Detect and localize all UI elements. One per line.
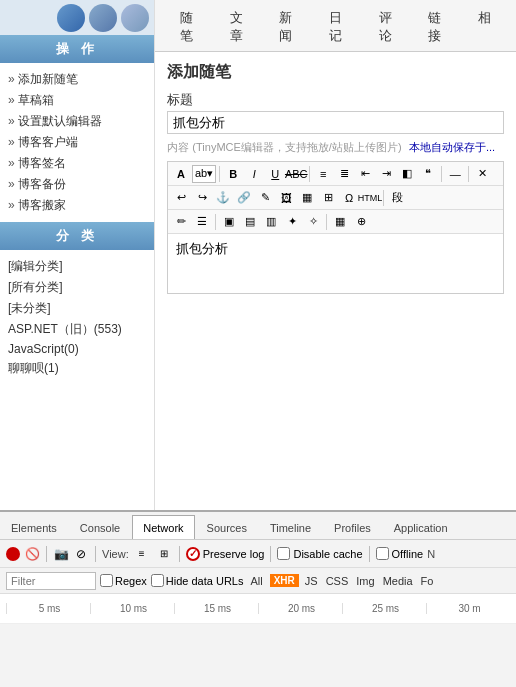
sidebar-link-set-editor[interactable]: 设置默认编辑器 [0,111,154,132]
clear-button[interactable]: 🚫 [24,546,40,562]
media-filter[interactable]: Media [381,574,415,588]
sidebar-link-add-note[interactable]: 添加新随笔 [0,69,154,90]
toolbar-blockquote[interactable]: ❝ [418,165,438,183]
filter-icon[interactable]: ⊘ [73,546,89,562]
operations-links: 添加新随笔 草稿箱 设置默认编辑器 博客客户端 博客签名 博客备份 博客搬家 [0,63,154,222]
offline-input[interactable] [376,547,389,560]
devtools-tab-elements[interactable]: Elements [0,515,68,539]
css-filter[interactable]: CSS [324,574,351,588]
sidebar-link-blog-backup[interactable]: 博客备份 [0,174,154,195]
category-edit[interactable]: [编辑分类] [0,256,154,277]
regex-checkbox[interactable] [100,574,113,587]
tab-lianjie[interactable]: 链接 [413,2,463,51]
form-area: 添加随笔 标题 内容 (TinyMCE编辑器，支持拖放/站贴上传图片) 本地自动… [155,52,516,300]
header-art [57,4,149,32]
tab-riji[interactable]: 日记 [314,2,364,51]
toolbar-abc[interactable]: ABC [286,165,306,183]
toolbar-r5[interactable]: ✧ [303,213,323,231]
view-grid-icon[interactable]: ⊞ [155,546,173,562]
devtools-tab-application[interactable]: Application [383,515,459,539]
toolbar-highlight[interactable]: ✎ [255,189,275,207]
disable-cache-input[interactable] [277,547,290,560]
devtools-tab-profiles[interactable]: Profiles [323,515,382,539]
toolbar-dash[interactable]: — [445,165,465,183]
category-uncategorized[interactable]: [未分类] [0,298,154,319]
category-all[interactable]: [所有分类] [0,277,154,298]
view-list-icon[interactable]: ≡ [133,546,151,562]
devtools-tab-network[interactable]: Network [132,515,194,539]
devtools-tab-console[interactable]: Console [69,515,131,539]
tab-suibi[interactable]: 随笔 [165,2,215,51]
disable-cache-checkbox[interactable]: Disable cache [277,547,362,560]
tab-other[interactable]: 相 [463,2,506,51]
toolbar-anchor[interactable]: ⚓ [213,189,233,207]
toolbar-r3[interactable]: ▥ [261,213,281,231]
title-input[interactable] [167,111,504,134]
hide-data-urls-option[interactable]: Hide data URLs [151,574,244,587]
toolbar-r6[interactable]: ▦ [330,213,350,231]
preserve-log-label: Preserve log [203,548,265,560]
tab-pinglun[interactable]: 评论 [364,2,414,51]
toolbar-undo[interactable]: ↩ [171,189,191,207]
toolbar-html[interactable]: HTML [360,189,380,207]
toolbar-font-size[interactable]: ab▾ [192,165,216,183]
fo-filter[interactable]: Fo [419,574,436,588]
devtools-tab-timeline[interactable]: Timeline [259,515,322,539]
sidebar-link-blog-signature[interactable]: 博客签名 [0,153,154,174]
tab-xinwen[interactable]: 新闻 [264,2,314,51]
filter-input[interactable] [6,572,96,590]
toolbar-u[interactable]: U [265,165,285,183]
toolbar-bold[interactable]: A [171,165,191,183]
sidebar-link-blog-client[interactable]: 博客客户端 [0,132,154,153]
timeline-mark-4: 25 ms [342,603,426,614]
toolbar-align-left[interactable]: ◧ [397,165,417,183]
record-button[interactable] [6,547,20,561]
checkmark-icon: ✓ [189,548,197,559]
camera-icon[interactable]: 📷 [53,546,69,562]
toolbar-table[interactable]: ⊞ [318,189,338,207]
toolbar-edit[interactable]: ✏ [171,213,191,231]
toolbar-r1[interactable]: ▣ [219,213,239,231]
img-filter[interactable]: Img [354,574,376,588]
toolbar-special[interactable]: Ω [339,189,359,207]
js-filter[interactable]: JS [303,574,320,588]
toolbar-image2[interactable]: ▦ [297,189,317,207]
toolbar-image[interactable]: 🖼 [276,189,296,207]
toolbar-more[interactable]: ✕ [472,165,492,183]
category-title: 分 类 [0,222,154,250]
toolbar-r2[interactable]: ▤ [240,213,260,231]
regex-option[interactable]: Regex [100,574,147,587]
xhr-badge[interactable]: XHR [270,574,299,587]
toolbar-outdent[interactable]: ⇤ [355,165,375,183]
main-content: 随笔 文章 新闻 日记 评论 链接 相 添加随笔 标题 内容 (TinyMCE编… [155,0,516,510]
toolbar-code[interactable]: 段 [387,189,407,207]
offline-checkbox[interactable]: Offline [376,547,424,560]
toolbar-i[interactable]: I [244,165,264,183]
timeline-mark-5: 30 m [426,603,510,614]
sidebar-link-blog-migrate[interactable]: 博客搬家 [0,195,154,216]
sidebar-link-draft[interactable]: 草稿箱 [0,90,154,111]
filter-all[interactable]: All [247,574,265,588]
category-chat[interactable]: 聊聊呗(1) [0,358,154,379]
toolbar-r4[interactable]: ✦ [282,213,302,231]
tab-wenzhang[interactable]: 文章 [215,2,265,51]
toolbar-b[interactable]: B [223,165,243,183]
category-javascript[interactable]: JavaScript(0) [0,340,154,358]
toolbar-redo[interactable]: ↪ [192,189,212,207]
editor-area[interactable]: 抓包分析 [167,234,504,294]
toolbar-list-ordered[interactable]: ≣ [334,165,354,183]
toolbar-list-unordered[interactable]: ≡ [313,165,333,183]
disable-cache-label: Disable cache [293,548,362,560]
category-aspnet[interactable]: ASP.NET（旧）(553) [0,319,154,340]
content-label-text: 内容 [167,141,189,153]
preserve-log-checkbox[interactable]: ✓ Preserve log [186,547,265,561]
hide-data-urls-checkbox[interactable] [151,574,164,587]
timeline-mark-3: 20 ms [258,603,342,614]
toolbar-indent[interactable]: ⇥ [376,165,396,183]
toolbar-r7[interactable]: ⊕ [351,213,371,231]
toolbar-more2[interactable]: ☰ [192,213,212,231]
toolbar-link[interactable]: 🔗 [234,189,254,207]
editor-content: 抓包分析 [176,241,228,256]
view-label: View: [102,548,129,560]
devtools-tab-sources[interactable]: Sources [196,515,258,539]
